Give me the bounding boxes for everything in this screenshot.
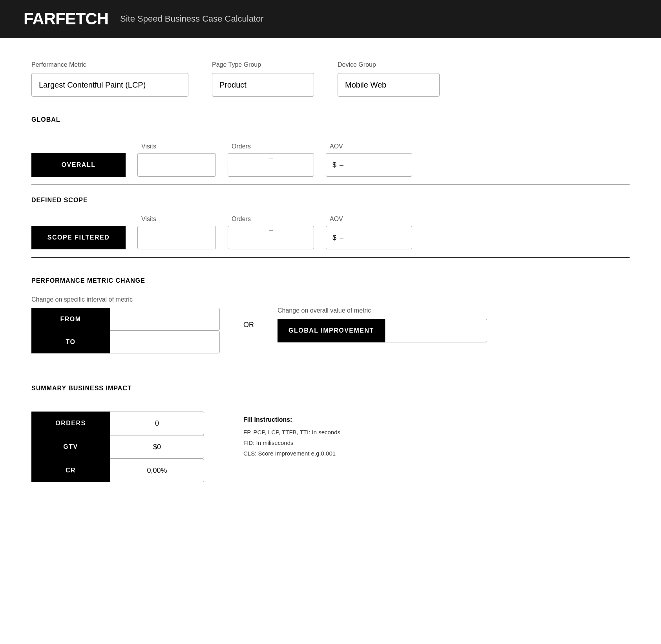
perf-change-row: Change on specific interval of metric FR… [31,296,630,353]
overall-visits-input[interactable] [137,153,216,177]
global-section-label: GLOBAL [31,116,630,123]
to-button[interactable]: TO [31,331,110,353]
orders-summary-button[interactable]: ORDERS [31,412,110,435]
change-specific-label: Change on specific interval of metric [31,296,220,303]
from-to-container: FROM TO [31,308,220,353]
orders-summary-value: 0 [110,412,204,435]
gtv-summary-button[interactable]: GTV [31,435,110,459]
cr-summary-button[interactable]: CR [31,459,110,482]
header: FARFETCH Site Speed Business Case Calcul… [0,0,661,38]
performance-metric-label: Performance Metric [31,61,188,68]
orders-col-label: Orders [232,143,318,150]
visits-col-label: Visits [141,143,220,150]
fill-instructions-title: Fill Instructions: [243,416,340,423]
global-col-labels: Visits Orders AOV [141,143,630,150]
global-improvement-input[interactable] [385,319,487,342]
perf-global-improvement-group: Change on overall value of metric GLOBAL… [278,307,487,342]
overall-button[interactable]: OVERALL [31,153,126,177]
scope-orders-display: – [228,226,314,249]
cr-summary-value: 0,00% [110,459,204,482]
summary-section: SUMMARY BUSINESS IMPACT ORDERS 0 GTV $0 … [31,385,630,482]
perf-section-label: PERFORMANCE METRIC CHANGE [31,277,630,284]
orders-summary-row: ORDERS 0 [31,412,204,435]
change-overall-label: Change on overall value of metric [278,307,487,314]
header-subtitle: Site Speed Business Case Calculator [120,14,264,24]
fill-instructions: Fill Instructions: FP, PCP, LCP, TTFB, T… [243,389,340,461]
overall-row: OVERALL – $ – [31,153,630,177]
performance-metric-input[interactable] [31,73,188,97]
scope-filtered-button[interactable]: SCOPE FILTERED [31,226,126,249]
page-type-group-group: Page Type Group [212,61,314,97]
device-group-input[interactable] [338,73,440,97]
fill-item-0: FP, PCP, LCP, TTFB, TTI: In seconds [243,429,340,435]
performance-metric-group: Performance Metric [31,61,188,97]
overall-orders-display: – [228,153,314,177]
from-row: FROM [31,308,220,331]
scope-divider [31,257,630,258]
scope-aov-col-label: AOV [330,216,416,223]
perf-from-to-group: Change on specific interval of metric FR… [31,296,220,353]
scope-orders-col-label: Orders [232,216,318,223]
main-content: Performance Metric Page Type Group Devic… [0,38,661,506]
gtv-summary-value: $0 [110,435,204,459]
cr-summary-row: CR 0,00% [31,459,204,482]
page-type-group-label: Page Type Group [212,61,314,68]
global-section: GLOBAL Visits Orders AOV OVERALL – $ – [31,116,630,185]
global-divider [31,185,630,185]
from-input[interactable] [110,308,220,331]
to-input[interactable] [110,331,220,353]
fill-item-1: FID: In miliseconds [243,439,340,446]
defined-scope-label: DEFINED SCOPE [31,197,630,204]
performance-metric-change-section: PERFORMANCE METRIC CHANGE Change on spec… [31,277,630,353]
scope-aov-display: $ – [326,226,412,249]
or-label: OR [243,321,254,329]
scope-visits-col-label: Visits [141,216,220,223]
from-button[interactable]: FROM [31,308,110,331]
defined-scope-section: DEFINED SCOPE Visits Orders AOV SCOPE FI… [31,197,630,258]
summary-table: ORDERS 0 GTV $0 CR 0,00% [31,412,204,482]
page-type-group-input[interactable] [212,73,314,97]
summary-label: SUMMARY BUSINESS IMPACT [31,385,204,392]
gtv-summary-row: GTV $0 [31,435,204,459]
aov-col-label: AOV [330,143,416,150]
overall-aov-display: $ – [326,153,412,177]
device-group-group: Device Group [338,61,440,97]
to-row: TO [31,331,220,353]
global-improvement-row: GLOBAL IMPROVEMENT [278,319,487,342]
logo: FARFETCH [24,9,108,28]
scope-filtered-row: SCOPE FILTERED – $ – [31,226,630,249]
scope-col-labels: Visits Orders AOV [141,216,630,223]
device-group-label: Device Group [338,61,440,68]
global-improvement-button[interactable]: GLOBAL IMPROVEMENT [278,319,385,342]
filters-row: Performance Metric Page Type Group Devic… [31,61,630,97]
summary-left: SUMMARY BUSINESS IMPACT ORDERS 0 GTV $0 … [31,385,204,482]
fill-item-2: CLS: Score Improvement e.g.0.001 [243,450,340,457]
scope-visits-input[interactable] [137,226,216,249]
